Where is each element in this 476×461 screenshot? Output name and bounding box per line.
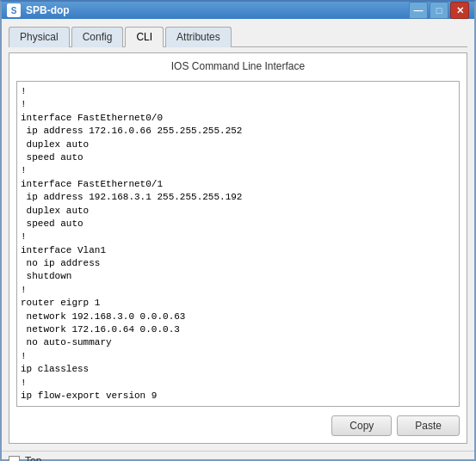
window-controls: — □ ✕ xyxy=(409,2,469,19)
button-row: Copy Paste xyxy=(16,412,460,436)
cli-container: ! ! interface FastEthernet0/0 ip address… xyxy=(16,81,460,407)
paste-button[interactable]: Paste xyxy=(397,415,460,436)
title-bar: S SPB-dop — □ ✕ xyxy=(2,2,474,19)
tab-attributes[interactable]: Attributes xyxy=(165,27,232,47)
cli-panel: IOS Command Line Interface ! ! interface… xyxy=(9,52,467,444)
minimize-button[interactable]: — xyxy=(409,2,428,19)
close-button[interactable]: ✕ xyxy=(450,2,469,19)
top-checkbox[interactable] xyxy=(9,456,20,461)
window-body: Physical Config CLI Attributes IOS Comma… xyxy=(2,19,474,451)
tab-config[interactable]: Config xyxy=(71,27,124,47)
panel-title: IOS Command Line Interface xyxy=(16,60,460,76)
window-title: SPB-dop xyxy=(26,4,70,16)
tab-cli[interactable]: CLI xyxy=(125,27,164,47)
top-label: Top xyxy=(25,455,41,461)
main-window: S SPB-dop — □ ✕ Physical Config CLI Attr… xyxy=(0,0,476,461)
copy-button[interactable]: Copy xyxy=(331,415,392,436)
maximize-button[interactable]: □ xyxy=(430,2,448,19)
cli-output[interactable]: ! ! interface FastEthernet0/0 ip address… xyxy=(17,82,459,406)
tab-physical[interactable]: Physical xyxy=(9,27,70,47)
tab-bar: Physical Config CLI Attributes xyxy=(9,26,467,47)
bottom-bar: Top xyxy=(2,451,474,461)
window-icon: S xyxy=(7,3,21,17)
title-bar-left: S SPB-dop xyxy=(7,3,70,17)
